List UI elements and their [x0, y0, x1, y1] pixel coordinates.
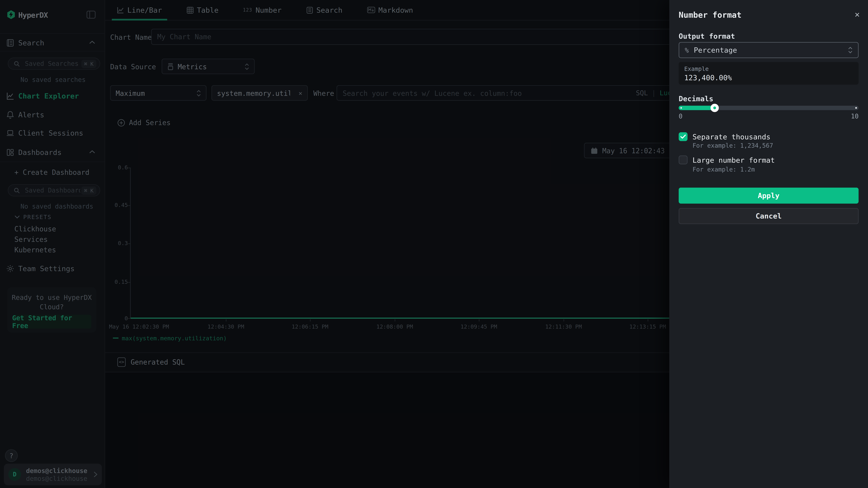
hyperdx-app: HyperDX Search ⌘ K No saved searches: [0, 0, 868, 488]
large-number-row[interactable]: Large number format: [679, 156, 775, 164]
large-number-checkbox[interactable]: [679, 156, 687, 164]
separate-thousands-hint: For example: 1,234,567: [692, 142, 773, 150]
number-format-drawer: Number format ✕ Output format % Percenta…: [669, 0, 868, 488]
output-format-select[interactable]: % Percentage: [679, 42, 859, 58]
large-number-label: Large number format: [692, 156, 775, 164]
output-format-value: Percentage: [694, 46, 843, 54]
separate-thousands-checkbox[interactable]: [679, 132, 687, 141]
select-chevrons-icon: [848, 46, 852, 54]
drawer-title: Number format: [679, 10, 741, 19]
output-format-label: Output format: [679, 32, 735, 40]
percentage-icon: %: [685, 46, 689, 54]
close-icon[interactable]: ✕: [855, 9, 860, 19]
example-label: Example: [684, 65, 853, 72]
apply-button[interactable]: Apply: [679, 188, 859, 204]
decimals-slider-fill: [679, 106, 715, 110]
separate-thousands-label: Separate thousands: [692, 132, 771, 141]
check-icon: [680, 134, 686, 139]
decimals-slider-thumb[interactable]: [711, 104, 719, 112]
slider-min-label: 0: [679, 112, 682, 120]
decimals-slider[interactable]: [679, 106, 859, 110]
slider-max-label: 10: [851, 112, 859, 120]
decimals-label: Decimals: [679, 95, 713, 103]
example-value: 123,400.00%: [684, 73, 853, 82]
separate-thousands-row[interactable]: Separate thousands: [679, 132, 771, 141]
cancel-button[interactable]: Cancel: [679, 208, 859, 224]
format-example-card: Example 123,400.00%: [679, 62, 859, 85]
large-number-hint: For example: 1.2m: [692, 166, 755, 173]
